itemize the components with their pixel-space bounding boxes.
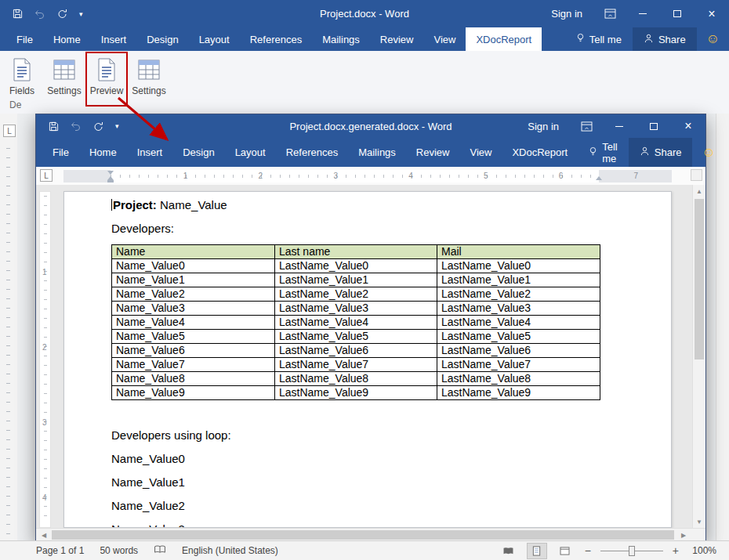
repeat-icon[interactable]: [57, 9, 67, 19]
back-tell-me-button[interactable]: Tell me: [565, 27, 633, 51]
save-icon[interactable]: [49, 121, 59, 132]
back-tab-review[interactable]: Review: [370, 27, 424, 51]
back-sign-in-button[interactable]: Sign in: [539, 0, 595, 27]
back-vertical-scrollbar[interactable]: [716, 114, 729, 540]
document-page[interactable]: Project: Name_Value Developers: NameLast…: [63, 191, 672, 528]
scroll-up-icon[interactable]: ▲: [693, 185, 705, 197]
table-cell[interactable]: Name_Value5: [112, 330, 275, 344]
ruler-toggle-button[interactable]: [691, 169, 702, 181]
right-indent-marker[interactable]: [596, 176, 602, 180]
proofing-icon[interactable]: [154, 545, 166, 556]
web-layout-button[interactable]: [555, 543, 575, 559]
ribbon-display-options-icon[interactable]: [595, 0, 626, 27]
scroll-left-icon[interactable]: ◀: [38, 529, 50, 541]
zoom-level[interactable]: 100%: [688, 545, 716, 556]
ribbon-display-options-icon[interactable]: [571, 114, 602, 138]
table-cell[interactable]: LastName_Value2: [437, 287, 600, 302]
table-cell[interactable]: LastName_Value3: [437, 302, 600, 316]
ribbon-button-settings-1[interactable]: Settings: [45, 54, 83, 104]
zoom-slider[interactable]: [600, 543, 663, 559]
table-cell[interactable]: Name_Value1: [112, 273, 275, 287]
front-tab-xdocreport[interactable]: XDocReport: [502, 138, 578, 167]
back-tab-references[interactable]: References: [240, 27, 312, 51]
front-tab-design[interactable]: Design: [172, 138, 224, 167]
ribbon-button-settings-3[interactable]: Settings: [130, 54, 168, 104]
table-cell[interactable]: LastName_Value0: [437, 259, 600, 273]
minimize-button[interactable]: [626, 0, 660, 27]
vertical-scrollbar-thumb[interactable]: [695, 199, 704, 359]
table-cell[interactable]: Name_Value4: [112, 316, 275, 330]
table-header-cell[interactable]: Name: [112, 245, 275, 259]
table-cell[interactable]: LastName_Value4: [437, 316, 600, 330]
table-cell[interactable]: LastName_Value6: [437, 344, 600, 358]
table-cell[interactable]: Name_Value9: [112, 386, 275, 400]
scroll-right-icon[interactable]: ▶: [677, 529, 690, 541]
back-tab-design[interactable]: Design: [136, 27, 188, 51]
horizontal-scrollbar[interactable]: ◀ ▶: [36, 528, 705, 541]
table-cell[interactable]: LastName_Value9: [437, 386, 600, 400]
minimize-button[interactable]: [602, 114, 637, 138]
back-tab-selector[interactable]: L: [3, 125, 16, 137]
back-tab-xdocreport[interactable]: XDocReport: [466, 27, 542, 51]
table-cell[interactable]: LastName_Value5: [437, 330, 600, 344]
print-layout-button[interactable]: [527, 543, 547, 559]
back-tab-view[interactable]: View: [423, 27, 466, 51]
close-button[interactable]: ×: [695, 0, 729, 27]
front-tab-insert[interactable]: Insert: [127, 138, 173, 167]
front-tab-file[interactable]: File: [42, 138, 79, 167]
front-share-button[interactable]: Share: [629, 138, 693, 167]
table-cell[interactable]: LastName_Value9: [275, 386, 437, 400]
front-tab-references[interactable]: References: [276, 138, 348, 167]
table-cell[interactable]: Name_Value7: [112, 358, 275, 372]
customize-qat-icon[interactable]: ▾: [79, 10, 83, 18]
language-indicator[interactable]: English (United States): [182, 545, 278, 556]
close-button[interactable]: ×: [671, 114, 705, 138]
table-cell[interactable]: Name_Value2: [112, 287, 275, 302]
undo-icon[interactable]: [34, 9, 45, 19]
front-tab-home[interactable]: Home: [79, 138, 127, 167]
horizontal-scrollbar-thumb[interactable]: [52, 530, 674, 540]
front-tab-mailings[interactable]: Mailings: [348, 138, 406, 167]
back-tab-file[interactable]: File: [6, 27, 43, 51]
table-cell[interactable]: LastName_Value7: [437, 358, 600, 372]
save-icon[interactable]: [13, 9, 23, 19]
back-share-button[interactable]: Share: [633, 27, 697, 51]
first-line-indent-marker[interactable]: [107, 171, 114, 175]
front-sign-in-button[interactable]: Sign in: [515, 114, 571, 138]
front-window-titlebar[interactable]: ▾ Project.docx.generated.docx - Word Sig…: [36, 114, 705, 138]
back-tab-home[interactable]: Home: [43, 27, 91, 51]
zoom-in-icon[interactable]: +: [671, 544, 680, 557]
word-count[interactable]: 50 words: [100, 545, 138, 556]
zoom-slider-thumb[interactable]: [629, 546, 635, 556]
customize-qat-icon[interactable]: ▾: [115, 122, 119, 130]
table-cell[interactable]: Name_Value0: [112, 259, 275, 273]
back-window-titlebar[interactable]: ▾ Project.docx - Word Sign in ×: [0, 0, 729, 27]
table-cell[interactable]: LastName_Value1: [437, 273, 600, 287]
page-indicator[interactable]: Page 1 of 1: [36, 545, 84, 556]
table-header-cell[interactable]: Last name: [275, 245, 437, 259]
table-cell[interactable]: LastName_Value4: [275, 316, 437, 330]
tab-selector[interactable]: L: [40, 169, 53, 182]
maximize-button[interactable]: [637, 114, 671, 138]
table-cell[interactable]: LastName_Value7: [275, 358, 437, 372]
front-tell-me-button[interactable]: Tell me: [578, 138, 629, 167]
table-cell[interactable]: LastName_Value6: [275, 344, 437, 358]
zoom-out-icon[interactable]: −: [583, 544, 593, 557]
table-cell[interactable]: LastName_Value8: [437, 372, 600, 386]
table-cell[interactable]: LastName_Value2: [275, 287, 437, 302]
maximize-button[interactable]: [660, 0, 695, 27]
table-cell[interactable]: LastName_Value5: [275, 330, 437, 344]
table-cell[interactable]: LastName_Value0: [275, 259, 437, 273]
front-tab-layout[interactable]: Layout: [225, 138, 276, 167]
back-tab-insert[interactable]: Insert: [91, 27, 137, 51]
ribbon-button-preview-2[interactable]: Preview: [88, 54, 125, 104]
feedback-smiley-icon[interactable]: ☺: [692, 138, 724, 167]
back-tab-mailings[interactable]: Mailings: [312, 27, 370, 51]
ribbon-button-fields-0[interactable]: Fields: [3, 54, 41, 104]
vertical-scrollbar[interactable]: ▲ ▼: [692, 185, 705, 528]
table-cell[interactable]: LastName_Value1: [275, 273, 437, 287]
table-header-cell[interactable]: Mail: [437, 245, 600, 259]
table-cell[interactable]: Name_Value3: [112, 302, 275, 316]
left-indent-marker[interactable]: [107, 180, 114, 182]
undo-icon[interactable]: [71, 121, 82, 131]
